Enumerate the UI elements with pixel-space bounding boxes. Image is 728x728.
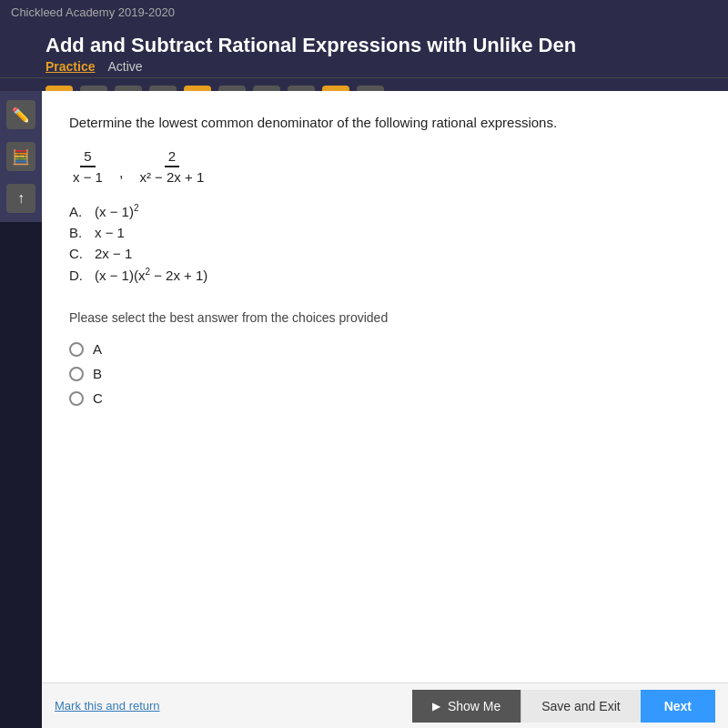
fraction2-numerator: 2 <box>165 148 179 167</box>
choice-a-text: (x − 1)2 <box>95 203 139 219</box>
radio-a-row[interactable]: A <box>69 341 701 357</box>
fraction-1: 5 x − 1 <box>69 148 106 185</box>
choices-list: A. (x − 1)2 B. x − 1 C. 2x − 1 D. (x − 1… <box>69 203 701 283</box>
choice-b-text: x − 1 <box>95 225 125 240</box>
choice-d-letter: D. <box>69 268 86 283</box>
title-bar: Add and Subtract Rational Expressions wi… <box>0 25 728 78</box>
show-me-button[interactable]: ▶ Show Me <box>412 690 521 723</box>
choice-c-text: 2x − 1 <box>95 246 132 261</box>
choice-a-letter: A. <box>69 204 86 219</box>
up-arrow-icon[interactable]: ↑ <box>6 184 35 213</box>
radio-b-row[interactable]: B <box>69 366 701 381</box>
radio-c[interactable] <box>69 391 84 406</box>
question-text: Determine the lowest common denominator … <box>69 113 701 132</box>
page-title: Add and Subtract Rational Expressions wi… <box>46 34 682 57</box>
choice-b: B. x − 1 <box>69 225 701 240</box>
bottom-bar: Mark this and return ▶ Show Me Save and … <box>42 682 728 728</box>
choice-d-text: (x − 1)(x2 − 2x + 1) <box>95 267 207 283</box>
practice-label: Practice <box>46 59 95 74</box>
choice-d: D. (x − 1)(x2 − 2x + 1) <box>69 267 701 283</box>
academy-label: Chickleed Academy 2019-2020 <box>11 5 175 19</box>
choice-b-letter: B. <box>69 225 86 240</box>
radio-a[interactable] <box>69 342 84 357</box>
calculator-icon[interactable]: 🧮 <box>6 142 35 171</box>
fraction-2: 2 x² − 2x + 1 <box>136 148 207 185</box>
next-button[interactable]: Next <box>641 690 715 723</box>
show-me-label: Show Me <box>448 699 500 713</box>
radio-options: A B C <box>69 341 701 406</box>
pencil-icon[interactable]: ✏️ <box>6 100 35 129</box>
active-label: Active <box>107 59 142 74</box>
mark-return-link[interactable]: Mark this and return <box>55 699 412 713</box>
radio-c-label: C <box>93 390 103 406</box>
fraction-separator: , <box>119 165 123 181</box>
choice-c-letter: C. <box>69 246 86 261</box>
top-bar: Chickleed Academy 2019-2020 <box>0 0 728 25</box>
bottom-buttons: ▶ Show Me Save and Exit Next <box>412 690 715 723</box>
left-sidebar: ✏️ 🧮 ↑ <box>0 91 42 222</box>
fractions-row: 5 x − 1 , 2 x² − 2x + 1 <box>69 148 701 185</box>
fraction1-numerator: 5 <box>80 148 95 167</box>
fraction2-denominator: x² − 2x + 1 <box>136 167 207 185</box>
choice-a: A. (x − 1)2 <box>69 203 701 219</box>
radio-b-label: B <box>93 366 102 381</box>
practice-label-row: Practice Active <box>46 59 682 74</box>
fraction1-denominator: x − 1 <box>69 167 106 185</box>
radio-c-row[interactable]: C <box>69 390 701 406</box>
please-select-text: Please select the best answer from the c… <box>69 310 701 325</box>
radio-b[interactable] <box>69 367 84 381</box>
save-exit-button[interactable]: Save and Exit <box>521 690 640 723</box>
video-icon: ▶ <box>432 700 440 713</box>
main-content: Determine the lowest common denominator … <box>42 91 728 728</box>
choice-c: C. 2x − 1 <box>69 246 701 261</box>
radio-a-label: A <box>93 341 102 357</box>
